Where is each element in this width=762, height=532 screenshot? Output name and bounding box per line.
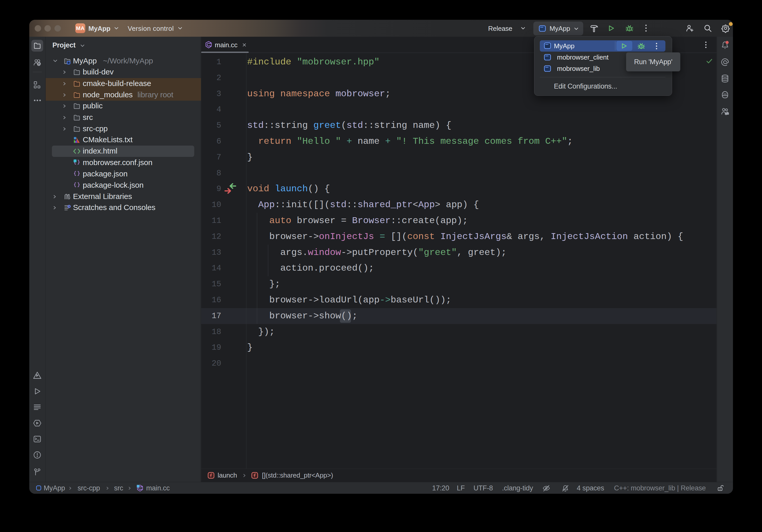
svg-text:?: ? (38, 62, 40, 66)
